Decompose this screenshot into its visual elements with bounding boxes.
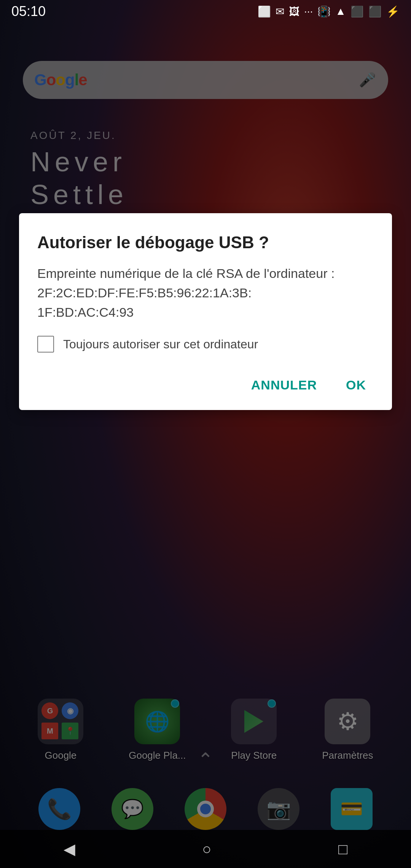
status-icons: ⬜ ✉ 🖼 ··· 📳 ▲ ⬛ ⬛ ⚡: [258, 5, 400, 18]
mail-icon: ✉: [276, 5, 284, 18]
sim-icon: ⬜: [258, 5, 271, 18]
photo-icon: 🖼: [289, 5, 299, 18]
recent-button[interactable]: □: [338, 841, 347, 858]
home-button[interactable]: ○: [202, 841, 211, 858]
status-time: 05:10: [11, 3, 46, 19]
ok-button[interactable]: OK: [338, 372, 374, 399]
no-sim1-icon: ⬛: [350, 5, 364, 18]
always-allow-label: Toujours autoriser sur cet ordinateur: [63, 337, 258, 351]
vibrate-icon: 📳: [317, 5, 331, 18]
dialog-title: Autoriser le débogage USB ?: [37, 231, 374, 253]
nav-bar: ◀ ○ □: [0, 830, 411, 868]
wifi-icon: ▲: [335, 5, 346, 18]
always-allow-row[interactable]: Toujours autoriser sur cet ordinateur: [37, 336, 374, 353]
cancel-button[interactable]: ANNULER: [244, 372, 325, 399]
back-button[interactable]: ◀: [64, 840, 75, 858]
dialog-body: Empreinte numérique de la clé RSA de l'o…: [37, 264, 374, 322]
battery-icon: ⚡: [386, 5, 400, 18]
no-sim2-icon: ⬛: [368, 5, 382, 18]
dialog-buttons: ANNULER OK: [37, 368, 374, 399]
usb-debug-dialog: Autoriser le débogage USB ? Empreinte nu…: [19, 213, 392, 410]
dialog-overlay: [0, 0, 411, 868]
always-allow-checkbox[interactable]: [37, 336, 54, 353]
status-bar: 05:10 ⬜ ✉ 🖼 ··· 📳 ▲ ⬛ ⬛ ⚡: [0, 0, 411, 23]
more-icon: ···: [304, 5, 313, 18]
